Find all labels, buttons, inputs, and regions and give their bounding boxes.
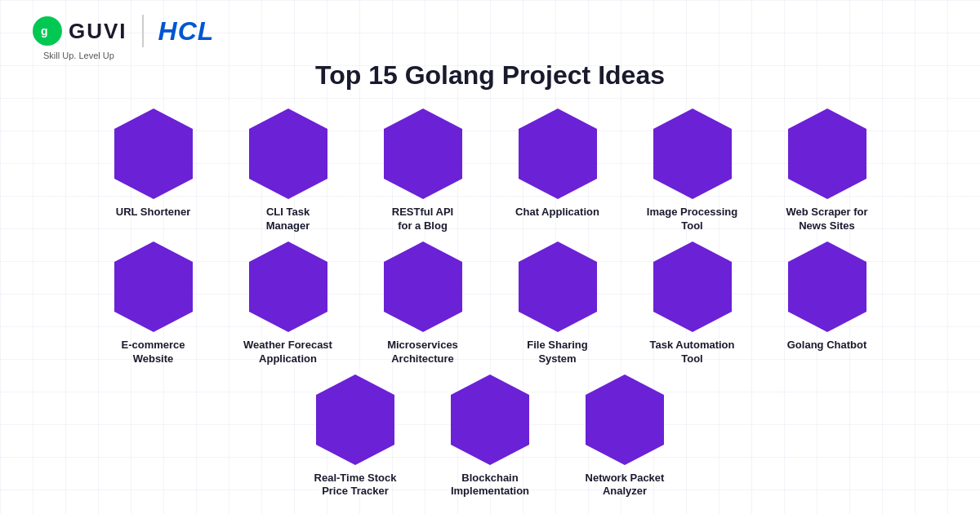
- svg-marker-7: [249, 109, 327, 199]
- hex-row-1: URL Shortener CLI TaskManager API RESTfu…: [90, 107, 890, 233]
- guvi-logo: g GUVI: [33, 16, 127, 46]
- label-web-scraper: Web Scraper forNews Sites: [786, 206, 867, 233]
- hexagon-ecommerce: $: [113, 240, 194, 334]
- label-stock-tracker: Real-Time StockPrice Tracker: [314, 472, 397, 499]
- hexagon-web-scraper: [786, 107, 868, 201]
- page-title: Top 15 Golang Project Ideas: [33, 60, 947, 91]
- project-item-golang-chatbot[interactable]: Golang Chatbot: [764, 240, 890, 366]
- svg-marker-54: [653, 241, 732, 332]
- tagline: Skill Up. Level Up: [43, 51, 114, 60]
- hexagon-url-shortener: [113, 107, 194, 201]
- label-weather-forecast: Weather ForecastApplication: [243, 339, 332, 366]
- project-item-ecommerce[interactable]: $ E-commerceWebsite: [90, 240, 216, 366]
- svg-marker-11: [384, 109, 462, 199]
- label-file-sharing: File SharingSystem: [527, 339, 587, 366]
- hexagon-weather-forecast: [247, 240, 329, 334]
- hexagon-cli-task-manager: [247, 107, 329, 201]
- hexagon-golang-chatbot: [786, 240, 868, 334]
- hexagon-stock-tracker: [314, 373, 396, 467]
- svg-marker-14: [519, 109, 597, 199]
- logo-divider: [142, 15, 144, 47]
- hexagon-image-processing: [652, 107, 733, 201]
- svg-marker-65: [788, 241, 866, 332]
- label-microservices: MicroservicesArchitecture: [387, 339, 458, 366]
- project-item-restful-api[interactable]: API RESTful APIfor a Blog: [359, 107, 486, 233]
- svg-text:g: g: [41, 24, 48, 38]
- svg-marker-75: [316, 374, 394, 465]
- hex-row-3: Real-Time StockPrice Tracker BlockchainI…: [292, 373, 688, 499]
- project-item-blockchain[interactable]: BlockchainImplementation: [427, 373, 554, 499]
- label-chat-application: Chat Application: [515, 206, 599, 219]
- svg-marker-1: [114, 109, 193, 199]
- svg-marker-52: [519, 241, 597, 332]
- hex-row-2: $ E-commerceWebsite Weather ForecastAppl…: [90, 240, 890, 366]
- project-item-file-sharing[interactable]: File SharingSystem: [494, 240, 621, 366]
- project-item-task-automation[interactable]: Task AutomationTool: [629, 240, 755, 366]
- project-item-stock-tracker[interactable]: Real-Time StockPrice Tracker: [292, 373, 419, 499]
- hexagon-restful-api: API: [382, 107, 464, 201]
- project-item-network-packet[interactable]: Network PacketAnalyzer: [562, 373, 688, 499]
- hexagon-network-packet: [584, 373, 666, 467]
- project-item-weather-forecast[interactable]: Weather ForecastApplication: [225, 240, 351, 366]
- label-golang-chatbot: Golang Chatbot: [787, 339, 867, 352]
- label-network-packet: Network PacketAnalyzer: [586, 472, 665, 499]
- label-image-processing: Image ProcessingTool: [647, 206, 737, 233]
- label-ecommerce: E-commerceWebsite: [121, 339, 185, 366]
- label-url-shortener: URL Shortener: [116, 206, 191, 219]
- project-item-url-shortener[interactable]: URL Shortener: [90, 107, 216, 233]
- svg-marker-32: [114, 241, 193, 332]
- project-item-cli-task-manager[interactable]: CLI TaskManager: [225, 107, 351, 233]
- svg-marker-87: [586, 374, 664, 465]
- svg-marker-77: [451, 374, 529, 465]
- svg-marker-45: [384, 241, 462, 332]
- main-container: g GUVI HCL Skill Up. Level Up Top 15 Gol…: [0, 0, 980, 514]
- hexagon-chat-application: [517, 107, 599, 201]
- svg-marker-39: [249, 241, 327, 332]
- guvi-logo-circle: g: [33, 16, 62, 46]
- hexagon-blockchain: [449, 373, 531, 467]
- label-restful-api: RESTful APIfor a Blog: [392, 206, 453, 233]
- header: g GUVI HCL Skill Up. Level Up: [33, 0, 947, 52]
- hcl-logo: HCL: [158, 16, 215, 47]
- label-cli-task-manager: CLI TaskManager: [266, 206, 310, 233]
- label-blockchain: BlockchainImplementation: [451, 472, 529, 499]
- svg-marker-19: [653, 109, 732, 199]
- project-item-image-processing[interactable]: Image ProcessingTool: [629, 107, 755, 233]
- project-grid: URL Shortener CLI TaskManager API RESTfu…: [33, 107, 947, 505]
- hexagon-file-sharing: [517, 240, 599, 334]
- hexagon-microservices: [382, 240, 464, 334]
- project-item-chat-application[interactable]: Chat Application: [494, 107, 621, 233]
- label-task-automation: Task AutomationTool: [649, 339, 734, 366]
- svg-marker-25: [788, 109, 866, 199]
- project-item-microservices[interactable]: MicroservicesArchitecture: [359, 240, 486, 366]
- project-item-web-scraper[interactable]: Web Scraper forNews Sites: [764, 107, 890, 233]
- hexagon-task-automation: [652, 240, 733, 334]
- guvi-text: GUVI: [69, 19, 127, 44]
